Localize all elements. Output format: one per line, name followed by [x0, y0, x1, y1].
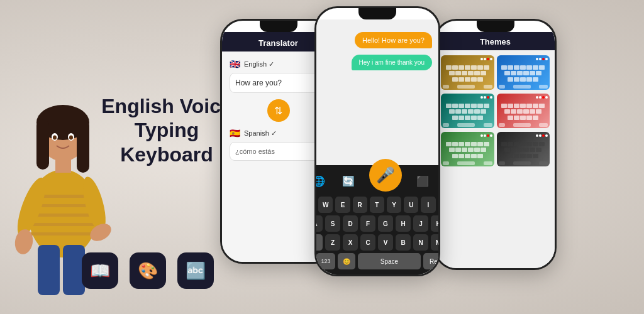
keyboard-rows: Q W E R T Y U I O P A S D: [314, 197, 440, 269]
theme-row-1: [441, 55, 550, 90]
lang-to-row: 🇪🇸 Spanish ✓: [230, 128, 327, 138]
key-j[interactable]: J: [413, 215, 428, 232]
theme-keys-4: [497, 101, 550, 122]
theme-spacebar-4: [497, 122, 550, 128]
theme-item-4[interactable]: [497, 94, 550, 128]
key-z[interactable]: Z: [325, 234, 340, 251]
key-a[interactable]: A: [314, 215, 323, 232]
key-f[interactable]: F: [360, 215, 375, 232]
notch-themes: [477, 21, 514, 32]
key-t[interactable]: T: [370, 197, 384, 213]
flag-spanish: 🇪🇸: [230, 128, 240, 138]
key-c[interactable]: C: [360, 234, 375, 251]
chat-content: Hello! How are you? Hey i am fine thank …: [316, 19, 438, 274]
key-emoji[interactable]: 😊: [338, 253, 355, 269]
themes-title: Themes: [480, 37, 511, 46]
key-h[interactable]: H: [396, 215, 411, 232]
key-e[interactable]: E: [335, 197, 350, 213]
key-return[interactable]: Return: [423, 253, 440, 269]
theme-bar-3: [441, 94, 494, 101]
key-d[interactable]: D: [343, 215, 358, 232]
notch-translator: [260, 21, 297, 32]
key-w[interactable]: W: [318, 197, 333, 213]
key-n[interactable]: N: [413, 234, 428, 251]
theme-item-3[interactable]: [441, 94, 494, 128]
key-k[interactable]: K: [431, 215, 440, 232]
key-r[interactable]: R: [353, 197, 367, 213]
output-text: ¿cómo estás: [235, 148, 275, 155]
themes-grid: [436, 50, 555, 171]
palette-icon-box[interactable]: 🎨: [130, 252, 166, 289]
key-m[interactable]: M: [431, 234, 440, 251]
keyboard-tool-layout[interactable]: ⬛: [414, 173, 431, 190]
book-icon-box[interactable]: 📖: [82, 252, 118, 289]
theme-spacebar-2: [497, 84, 550, 90]
theme-bar-4: [497, 94, 550, 101]
received-text: Hey i am fine thank you: [359, 59, 425, 66]
book-icon: 📖: [90, 261, 110, 281]
keyboard-tool-globe[interactable]: 🌐: [314, 173, 328, 190]
left-section: English Voice Typing Keyboard 📖 🎨 🔤: [0, 0, 239, 314]
mic-button[interactable]: 🎤: [369, 159, 402, 192]
key-g[interactable]: G: [378, 215, 393, 232]
theme-item-1[interactable]: [441, 55, 494, 90]
translator-title: Translator: [258, 38, 298, 48]
key-space[interactable]: Space: [358, 253, 421, 269]
title-line1: English Voice: [101, 95, 231, 117]
theme-bar-5: [441, 132, 494, 139]
svg-rect-18: [38, 245, 60, 295]
theme-row-2: [441, 94, 550, 128]
theme-row-3: [441, 132, 550, 166]
svg-point-14: [69, 136, 73, 140]
keyboard-toolbar: 🌐 🔄 🎤 ⬛ 🎨: [314, 170, 440, 192]
phone-chat: Hello! How are you? Hey i am fine thank …: [314, 6, 440, 276]
svg-point-16: [13, 228, 35, 256]
keyboard-row-1: Q W E R T Y U I O P: [314, 197, 440, 213]
svg-rect-3: [30, 214, 96, 217]
keyboard-tool-swap[interactable]: 🔄: [340, 173, 357, 190]
svg-rect-10: [77, 119, 89, 173]
theme-spacebar-5: [441, 160, 494, 166]
lang-from-label: English ✓: [244, 60, 274, 68]
flag-english: 🇬🇧: [230, 59, 240, 69]
phone-themes: Themes: [434, 19, 557, 270]
key-o[interactable]: O: [438, 197, 440, 213]
num-label: 123: [321, 258, 330, 264]
hero-text: English Voice Typing Keyboard: [94, 94, 239, 166]
theme-bar-6: [497, 132, 550, 139]
phones-container: Translator 🇬🇧 English ✓ How are you? ⇅ 🇪…: [220, 0, 644, 314]
theme-keys-1: [441, 63, 494, 84]
theme-item-6[interactable]: [497, 132, 550, 166]
theme-spacebar-1: [441, 84, 494, 90]
translate-icon-box[interactable]: 🔤: [177, 252, 214, 289]
theme-keys-3: [441, 101, 494, 122]
palette-icon: 🎨: [138, 261, 158, 281]
key-x[interactable]: X: [343, 234, 358, 251]
theme-item-2[interactable]: [497, 55, 550, 90]
key-shift[interactable]: ⬆: [314, 234, 323, 251]
svg-rect-9: [36, 119, 49, 170]
key-q[interactable]: Q: [314, 197, 316, 213]
key-b[interactable]: B: [396, 234, 411, 251]
key-i[interactable]: I: [421, 197, 435, 213]
svg-rect-4: [30, 223, 96, 226]
svg-rect-5: [30, 232, 96, 236]
theme-keys-6: [497, 139, 550, 160]
key-v[interactable]: V: [378, 234, 393, 251]
translator-output: ¿cómo estás: [230, 142, 327, 161]
themes-content: Themes: [436, 32, 555, 268]
swap-button[interactable]: ⇅: [267, 99, 290, 122]
key-u[interactable]: U: [404, 197, 418, 213]
notch-chat: [358, 8, 396, 19]
keyboard-row-2: A S D F G H J K L: [314, 215, 440, 232]
translator-input: How are you?: [230, 73, 327, 93]
title-line2: Typing Keyboard: [120, 119, 213, 165]
lang-to-label: Spanish ✓: [244, 129, 277, 138]
theme-keys-5: [441, 139, 494, 160]
svg-point-13: [53, 136, 57, 140]
key-numbers[interactable]: 123: [316, 253, 335, 269]
theme-item-5[interactable]: [441, 132, 494, 166]
key-s[interactable]: S: [325, 215, 340, 232]
key-y[interactable]: Y: [387, 197, 401, 213]
chat-bubble-sent: Hello! How are you?: [355, 32, 432, 48]
